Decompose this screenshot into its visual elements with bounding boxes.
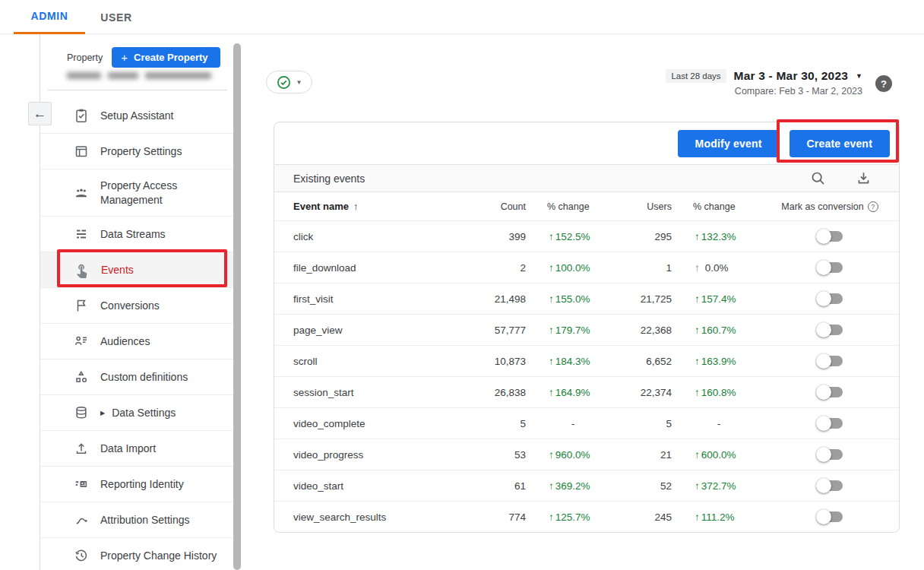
modify-event-button[interactable]: Modify event [678, 130, 780, 157]
sidebar-item-property-access-management[interactable]: Property Access Management [40, 169, 233, 217]
change-value: 155.0% [555, 293, 590, 305]
sidebar-item-data-settings[interactable]: ▶ Data Settings [40, 395, 233, 431]
up-arrow-icon: ↑ [695, 231, 700, 242]
ga-admin-page: ADMIN USER ← Property + Create Property … [0, 0, 924, 570]
sidebar-item-custom-definitions[interactable]: Custom definitions [40, 359, 233, 395]
sidebar-item-label: Conversions [100, 299, 160, 312]
count-change-cell: - [526, 418, 628, 429]
up-arrow-icon: ↑ [549, 262, 554, 274]
conversion-toggle[interactable] [816, 478, 843, 493]
count-change-cell: ↑100.0% [526, 262, 628, 274]
users-change-cell: ↑0.0% [672, 262, 780, 274]
sidebar-item-setup-assistant[interactable]: Setup Assistant [40, 98, 233, 134]
count-change-cell: ↑369.2% [526, 480, 628, 492]
table-row[interactable]: page_view 57,777 ↑179.7% 22,368 ↑160.7% [274, 314, 899, 345]
up-arrow-icon: ↑ [695, 387, 700, 398]
conversion-toggle[interactable] [816, 447, 843, 462]
conversion-toggle[interactable] [816, 416, 843, 431]
count-change-cell: ↑184.3% [526, 356, 628, 367]
sidebar-item-attribution-settings[interactable]: Attribution Settings [40, 502, 233, 538]
sidebar-scrollbar[interactable] [233, 43, 241, 570]
plus-icon: + [121, 51, 128, 64]
table-title-row: Existing events [274, 164, 899, 192]
help-button[interactable]: ? [875, 75, 892, 92]
top-tab-bar: ADMIN USER [0, 0, 924, 34]
count-change-cell: ↑152.5% [526, 231, 628, 242]
people-group-icon [74, 185, 89, 201]
sidebar-item-audiences[interactable]: Audiences [40, 324, 233, 359]
count-change-cell: ↑164.9% [526, 387, 628, 398]
check-circle-icon [277, 75, 291, 90]
table-row[interactable]: video_start 61 ↑369.2% 52 ↑372.7% [274, 470, 899, 501]
conversion-toggle[interactable] [816, 353, 843, 369]
conversion-toggle[interactable] [816, 291, 843, 306]
column-count[interactable]: Count [483, 201, 526, 212]
conversion-toggle[interactable] [816, 322, 843, 337]
users-cell: 22,368 [628, 325, 672, 336]
table-row[interactable]: session_start 26,838 ↑164.9% 22,374 ↑160… [274, 376, 899, 407]
event-name-cell: session_start [293, 387, 483, 398]
sidebar-item-events[interactable]: Events [40, 252, 233, 288]
sidebar-item-data-import[interactable]: Data Import [40, 431, 233, 467]
users-change-cell: - [672, 418, 780, 429]
sidebar-item-label: Audiences [100, 334, 150, 348]
event-name-cell: video_progress [293, 449, 483, 461]
users-change-cell: ↑111.2% [672, 511, 780, 523]
table-row[interactable]: first_visit 21,498 ↑155.0% 21,725 ↑157.4… [274, 283, 899, 314]
create-event-button[interactable]: Create event [790, 130, 890, 157]
status-dropdown-button[interactable]: ▼ [266, 71, 312, 93]
sidebar-item-conversions[interactable]: Conversions [40, 288, 233, 324]
event-name-cell: view_search_results [293, 511, 483, 523]
column-event-name[interactable]: Event name ↑ [293, 201, 483, 212]
sidebar-item-data-streams[interactable]: Data Streams [40, 217, 233, 252]
count-change-cell: ↑960.0% [526, 449, 628, 461]
count-cell: 61 [483, 480, 526, 492]
shapes-icon [74, 369, 89, 385]
question-mark: ? [871, 203, 875, 211]
create-property-button[interactable]: + Create Property [112, 47, 220, 68]
users-cell: 6,652 [628, 356, 672, 367]
download-button[interactable] [856, 170, 872, 186]
conversion-toggle[interactable] [816, 509, 843, 524]
conversion-toggle[interactable] [816, 229, 843, 244]
sidebar-item-label: Property Change History [100, 549, 217, 562]
date-range-selector[interactable]: Last 28 days Mar 3 - Mar 30, 2023 ▼ [666, 69, 862, 83]
table-row[interactable]: view_search_results 774 ↑125.7% 245 ↑111… [274, 501, 899, 532]
help-tooltip-icon[interactable]: ? [868, 201, 878, 212]
change-value: 179.7% [555, 325, 590, 336]
flag-icon [74, 298, 89, 313]
search-button[interactable] [810, 170, 826, 186]
sidebar-item-property-change-history[interactable]: Property Change History [40, 538, 233, 570]
conversion-cell [780, 353, 880, 369]
change-value: 111.2% [701, 511, 735, 523]
table-row[interactable]: click 399 ↑152.5% 295 ↑132.3% [274, 220, 899, 252]
caret-down-icon: ▼ [296, 79, 302, 86]
sidebar-item-property-settings[interactable]: Property Settings [40, 134, 233, 169]
table-row[interactable]: video_progress 53 ↑960.0% 21 ↑600.0% [274, 439, 899, 470]
up-arrow-icon: ↑ [549, 356, 554, 367]
sidebar-item-reporting-identity[interactable]: Reporting Identity [40, 467, 233, 502]
conversion-cell [780, 447, 880, 462]
table-title: Existing events [293, 173, 810, 185]
users-cell: 21 [628, 449, 672, 461]
conversion-cell [780, 416, 880, 431]
collapse-panel-button[interactable]: ← [28, 102, 52, 125]
sidebar-item-label: Setup Assistant [100, 109, 174, 122]
event-name-cell: scroll [293, 356, 483, 367]
question-mark-icon: ? [881, 78, 887, 90]
table-row[interactable]: scroll 10,873 ↑184.3% 6,652 ↑163.9% [274, 345, 899, 376]
column-users[interactable]: Users [628, 201, 672, 212]
table-row[interactable]: file_download 2 ↑100.0% 1 ↑0.0% [274, 252, 899, 283]
up-arrow-icon: ↑ [549, 293, 554, 305]
table-row[interactable]: video_complete 5 - 5 - [274, 407, 899, 439]
users-change-cell: ↑157.4% [672, 293, 780, 305]
tab-admin[interactable]: ADMIN [14, 0, 85, 34]
tab-user[interactable]: USER [88, 0, 144, 34]
conversion-toggle[interactable] [816, 385, 843, 400]
up-arrow-icon: ↑ [695, 262, 700, 274]
conversion-toggle[interactable] [816, 260, 843, 275]
property-name-blurred[interactable] [67, 72, 211, 83]
count-cell: 399 [483, 231, 526, 242]
window-icon [74, 144, 89, 159]
property-header: Property + Create Property [67, 47, 220, 68]
